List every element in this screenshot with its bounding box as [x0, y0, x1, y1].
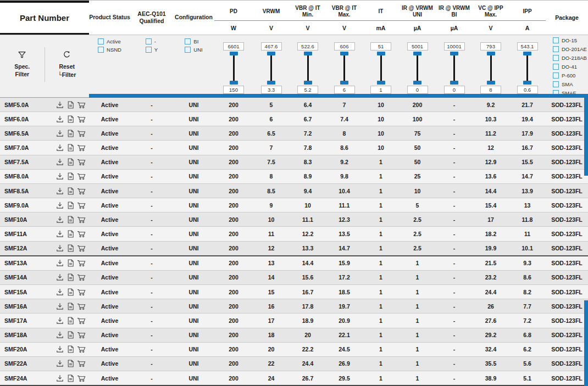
- download-icon[interactable]: [55, 230, 64, 238]
- cart-icon[interactable]: [77, 288, 86, 297]
- part-number-link[interactable]: SMF6.5A: [4, 130, 29, 137]
- part-number-link[interactable]: SMF22A: [4, 360, 27, 367]
- part-number-link[interactable]: SMF9.0A: [4, 202, 29, 209]
- datasheet-icon[interactable]: [66, 273, 75, 282]
- slider-track[interactable]: [377, 52, 385, 85]
- slider-handle-min[interactable]: [377, 81, 385, 85]
- datasheet-icon[interactable]: [66, 302, 75, 311]
- download-icon[interactable]: [55, 201, 64, 210]
- slider-track[interactable]: [304, 52, 312, 85]
- download-icon[interactable]: [55, 374, 64, 383]
- download-icon[interactable]: [55, 259, 64, 267]
- slider-track[interactable]: [487, 52, 495, 85]
- cart-icon[interactable]: [77, 201, 86, 210]
- cart-icon[interactable]: [77, 187, 86, 195]
- slider-max-value[interactable]: 522.6: [297, 42, 318, 51]
- checkbox-sma[interactable]: SMA: [553, 81, 573, 87]
- checkbox-nsnd[interactable]: NSND: [98, 47, 121, 53]
- part-number-link[interactable]: SMF8.0A: [4, 173, 29, 180]
- part-number-link[interactable]: SMF8.5A: [4, 188, 29, 194]
- cart-icon[interactable]: [77, 158, 86, 166]
- part-number-link[interactable]: SMF13A: [4, 260, 27, 266]
- slider-track[interactable]: [450, 52, 458, 85]
- part-number-link[interactable]: SMF7.0A: [4, 144, 29, 151]
- slider-handle-max[interactable]: [377, 52, 385, 55]
- slider-min-value[interactable]: 0: [444, 86, 465, 94]
- part-number-link[interactable]: SMF16A: [4, 303, 27, 310]
- slider-max-value[interactable]: 793: [480, 42, 501, 51]
- slider-handle-max[interactable]: [413, 52, 421, 55]
- checkbox-p-600[interactable]: P-600: [553, 72, 575, 79]
- download-icon[interactable]: [55, 158, 64, 166]
- slider-track[interactable]: [523, 52, 531, 85]
- download-icon[interactable]: [55, 359, 64, 368]
- cart-icon[interactable]: [77, 331, 86, 339]
- slider-handle-max[interactable]: [230, 52, 238, 55]
- checkbox-dash[interactable]: -: [146, 38, 156, 44]
- download-icon[interactable]: [55, 115, 64, 124]
- cart-icon[interactable]: [77, 374, 86, 383]
- slider-max-value[interactable]: 606: [334, 42, 355, 51]
- part-number-link[interactable]: SMF6.0A: [4, 116, 29, 122]
- cart-icon[interactable]: [77, 259, 86, 267]
- download-icon[interactable]: [55, 143, 64, 152]
- download-icon[interactable]: [55, 331, 64, 339]
- checkbox-uni[interactable]: UNI: [185, 47, 202, 53]
- cart-icon[interactable]: [77, 316, 86, 325]
- download-icon[interactable]: [55, 316, 64, 325]
- checkbox-active[interactable]: Active: [98, 38, 121, 44]
- download-icon[interactable]: [55, 172, 64, 181]
- download-icon[interactable]: [55, 345, 64, 354]
- slider-min-value[interactable]: 3.3: [261, 86, 282, 94]
- slider-track[interactable]: [267, 52, 275, 85]
- datasheet-icon[interactable]: [66, 259, 75, 267]
- vertical-scrollbar-top[interactable]: [584, 98, 588, 176]
- part-number-link[interactable]: SMF14A: [4, 274, 27, 281]
- datasheet-icon[interactable]: [66, 143, 75, 152]
- slider-handle-min[interactable]: [523, 81, 531, 85]
- datasheet-icon[interactable]: [66, 244, 75, 253]
- slider-max-value[interactable]: 6601: [223, 42, 244, 51]
- checkbox-do-41[interactable]: DO-41: [553, 64, 577, 70]
- cart-icon[interactable]: [77, 345, 86, 354]
- part-number-link[interactable]: SMF15A: [4, 289, 27, 295]
- slider-handle-min[interactable]: [267, 81, 275, 85]
- cart-icon[interactable]: [77, 115, 86, 124]
- slider-max-value[interactable]: 467.6: [261, 42, 282, 51]
- cart-icon[interactable]: [77, 129, 86, 138]
- cart-icon[interactable]: [77, 244, 86, 253]
- slider-handle-max[interactable]: [304, 52, 312, 55]
- slider-max-value[interactable]: 5001: [407, 42, 428, 51]
- slider-handle-min[interactable]: [230, 81, 238, 85]
- part-number-link[interactable]: SMF7.5A: [4, 159, 29, 165]
- datasheet-icon[interactable]: [66, 359, 75, 368]
- download-icon[interactable]: [55, 187, 64, 195]
- datasheet-icon[interactable]: [66, 129, 75, 138]
- part-number-link[interactable]: SMF24A: [4, 375, 27, 382]
- slider-handle-min[interactable]: [450, 81, 458, 85]
- checkbox-smaf[interactable]: SMAF: [553, 90, 576, 94]
- slider-handle-max[interactable]: [267, 52, 275, 55]
- checkbox-bi[interactable]: BI: [185, 38, 198, 44]
- download-icon[interactable]: [55, 244, 64, 253]
- cart-icon[interactable]: [77, 230, 86, 238]
- reset-filter-button[interactable]: Reset └Filter: [45, 35, 90, 94]
- slider-max-value[interactable]: 10001: [444, 42, 465, 51]
- part-number-link[interactable]: SMF17A: [4, 317, 27, 324]
- checkbox-do-15[interactable]: DO-15: [553, 37, 577, 43]
- datasheet-icon[interactable]: [66, 215, 75, 224]
- vertical-scrollbar-bottom[interactable]: [584, 300, 588, 386]
- slider-track[interactable]: [230, 52, 238, 85]
- datasheet-icon[interactable]: [66, 187, 75, 195]
- slider-handle-max[interactable]: [450, 52, 458, 55]
- slider-handle-min[interactable]: [304, 81, 312, 85]
- cart-icon[interactable]: [77, 273, 86, 282]
- cart-icon[interactable]: [77, 143, 86, 152]
- cart-icon[interactable]: [77, 302, 86, 311]
- slider-handle-min[interactable]: [340, 81, 348, 85]
- datasheet-icon[interactable]: [66, 172, 75, 181]
- download-icon[interactable]: [55, 100, 64, 109]
- slider-min-value[interactable]: 5.2: [297, 86, 318, 94]
- slider-min-value[interactable]: 0: [407, 86, 428, 94]
- part-number-link[interactable]: SMF10A: [4, 216, 27, 223]
